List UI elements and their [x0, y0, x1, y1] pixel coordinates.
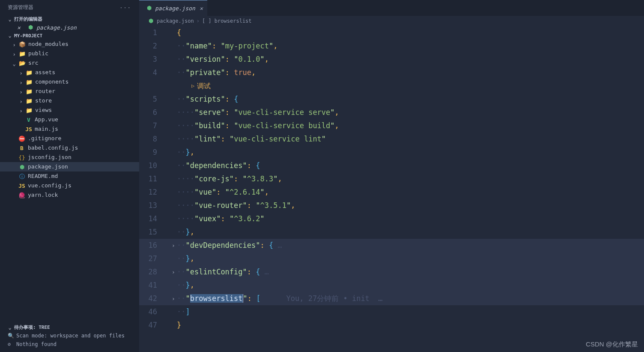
- array-icon: [ ]: [202, 18, 212, 24]
- tree-file[interactable]: JSvue.config.js: [0, 181, 139, 190]
- tree-file[interactable]: ⓘREADME.md: [0, 171, 139, 181]
- ic-folder-icon: 📁: [25, 97, 33, 104]
- ic-folder-open-icon: 📂: [18, 60, 26, 66]
- ic-js-icon: B: [18, 144, 26, 151]
- code-line[interactable]: 13····"vue-router": "^3.5.1",: [139, 199, 644, 212]
- tree-folder[interactable]: ›📁public: [0, 49, 139, 58]
- tree-label: router: [35, 87, 55, 95]
- code-area[interactable]: 1{2··"name": "my-project",3··"version": …: [139, 26, 644, 352]
- watermark: CSDN @化作繁星: [586, 340, 638, 349]
- code-line[interactable]: 46··]: [139, 305, 644, 319]
- tree-file[interactable]: 🧶yarn.lock: [0, 190, 139, 200]
- tree-label: store: [35, 97, 52, 105]
- code-line[interactable]: 47}: [139, 319, 644, 332]
- ic-folder-icon: 📁: [25, 78, 33, 85]
- breadcrumb[interactable]: ⬢ package.json › [ ] browserslist: [139, 16, 644, 26]
- code-line[interactable]: 16›··"devDependencies": { …: [139, 239, 644, 252]
- file-tree: ›📦node_modules›📁public⌄📂src›📁assets›📁com…: [0, 39, 139, 200]
- tree-label: babel.config.js: [28, 144, 78, 152]
- section-todo[interactable]: ⌄ 待办事项: TREE: [0, 323, 139, 331]
- tree-label: vue.config.js: [28, 182, 72, 190]
- fold-icon[interactable]: ›: [170, 239, 177, 252]
- line-number: 1: [139, 26, 170, 39]
- code-line[interactable]: 12····"vue": "^2.6.14",: [139, 186, 644, 199]
- tree-folder[interactable]: ›📁components: [0, 77, 139, 87]
- ic-folder-icon: 📁: [25, 69, 33, 76]
- tree-folder[interactable]: ›📁assets: [0, 68, 139, 77]
- code-line[interactable]: 5··"scripts": {: [139, 93, 644, 106]
- code-line[interactable]: 10··"dependencies": {: [139, 159, 644, 172]
- tree-label: views: [35, 106, 52, 114]
- fold-icon[interactable]: ›: [170, 265, 177, 279]
- section-open-editors[interactable]: ⌄ 打开的编辑器: [0, 15, 139, 23]
- tree-file[interactable]: Bbabel.config.js: [0, 143, 139, 153]
- code-line[interactable]: 4··"private": true,: [139, 66, 644, 79]
- code-line[interactable]: 1{: [139, 26, 644, 39]
- code-line[interactable]: 6····"serve": "vue-cli-service serve",: [139, 106, 644, 119]
- line-number: 13: [139, 199, 170, 212]
- chevron-right-icon: ›: [197, 18, 200, 24]
- chevron-down-icon: ⌄: [11, 60, 17, 66]
- close-icon[interactable]: ✕: [17, 24, 23, 31]
- scan-mode-label: Scan mode: workspace and open files: [16, 333, 125, 339]
- tree-label: .gitignore: [28, 135, 61, 142]
- tree-file[interactable]: VApp.vue: [0, 115, 139, 124]
- breadcrumb-file[interactable]: package.json: [157, 18, 194, 24]
- tree-label: README.md: [28, 172, 58, 180]
- code-line[interactable]: 7····"build": "vue-cli-service build",: [139, 119, 644, 132]
- tree-folder[interactable]: ⌄📂src: [0, 58, 139, 68]
- tree-label: main.js: [35, 125, 58, 133]
- scan-mode-row[interactable]: 🔍 Scan mode: workspace and open files: [0, 331, 139, 340]
- ic-vue-icon: V: [25, 116, 33, 123]
- code-line[interactable]: 14····"vuex": "^3.6.2": [139, 212, 644, 226]
- debug-codelens[interactable]: ▷调试: [177, 79, 211, 93]
- ic-info-icon: ⓘ: [18, 173, 26, 180]
- line-number: 8: [139, 132, 170, 146]
- code-line[interactable]: 42›··"browserslist": [You, 27分钟前 • init …: [139, 292, 644, 305]
- tab-package-json[interactable]: ⬢ package.json ✕: [139, 0, 207, 16]
- code-line[interactable]: 27··},: [139, 252, 644, 265]
- ic-js-icon: JS: [25, 126, 33, 132]
- tree-label: public: [28, 50, 48, 57]
- code-line[interactable]: 41··},: [139, 279, 644, 292]
- tree-folder[interactable]: ›📁store: [0, 96, 139, 105]
- close-icon[interactable]: ✕: [200, 5, 203, 12]
- npm-icon: ⬢: [147, 18, 155, 24]
- tree-folder[interactable]: ›📁router: [0, 87, 139, 96]
- npm-icon: ⬢: [145, 5, 153, 12]
- fold-icon[interactable]: ›: [170, 292, 177, 305]
- code-line[interactable]: 8····"lint": "vue-cli-service lint": [139, 132, 644, 146]
- line-number: 9: [139, 146, 170, 159]
- code-line[interactable]: 28›··"eslintConfig": { …: [139, 265, 644, 279]
- line-number: 16: [139, 239, 170, 252]
- play-icon: ▷: [191, 79, 194, 93]
- code-line[interactable]: 11····"core-js": "^3.8.3",: [139, 172, 644, 186]
- ic-folder-icon: 📦: [18, 41, 26, 48]
- code-line[interactable]: 9··},: [139, 146, 644, 159]
- sidebar: 资源管理器 ··· ⌄ 打开的编辑器 ✕ ⬢ package.json ⌄ MY…: [0, 0, 139, 352]
- tree-file[interactable]: ⬢package.json: [0, 162, 139, 171]
- tree-file[interactable]: JSmain.js: [0, 124, 139, 134]
- explorer-more-icon[interactable]: ···: [119, 5, 131, 11]
- line-number: 47: [139, 319, 170, 332]
- section-project[interactable]: ⌄ MY-PROJECT: [0, 32, 139, 39]
- code-line[interactable]: 3··"version": "0.1.0",: [139, 53, 644, 66]
- tree-folder[interactable]: ›📁views: [0, 105, 139, 115]
- todo-title: 待办事项: TREE: [14, 324, 50, 331]
- explorer-header: 资源管理器 ···: [0, 0, 139, 15]
- search-icon: 🔍: [8, 333, 16, 339]
- code-line[interactable]: 2··"name": "my-project",: [139, 39, 644, 53]
- tree-file[interactable]: {}jsconfig.json: [0, 153, 139, 162]
- open-editor-item[interactable]: ✕ ⬢ package.json: [0, 23, 139, 32]
- line-number: 7: [139, 119, 170, 132]
- line-number: 3: [139, 53, 170, 66]
- tree-file[interactable]: ⛔.gitignore: [0, 134, 139, 143]
- tree-folder[interactable]: ›📦node_modules: [0, 39, 139, 49]
- empty-icon: ⊘: [8, 341, 16, 347]
- tab-bar: ⬢ package.json ✕: [139, 0, 644, 16]
- sidebar-bottom: ⌄ 待办事项: TREE 🔍 Scan mode: workspace and …: [0, 322, 139, 352]
- chevron-right-icon: ›: [18, 107, 24, 113]
- breadcrumb-key[interactable]: browserslist: [215, 18, 252, 24]
- code-line[interactable]: 15··},: [139, 226, 644, 239]
- nothing-found-row: ⊘ Nothing found: [0, 340, 139, 349]
